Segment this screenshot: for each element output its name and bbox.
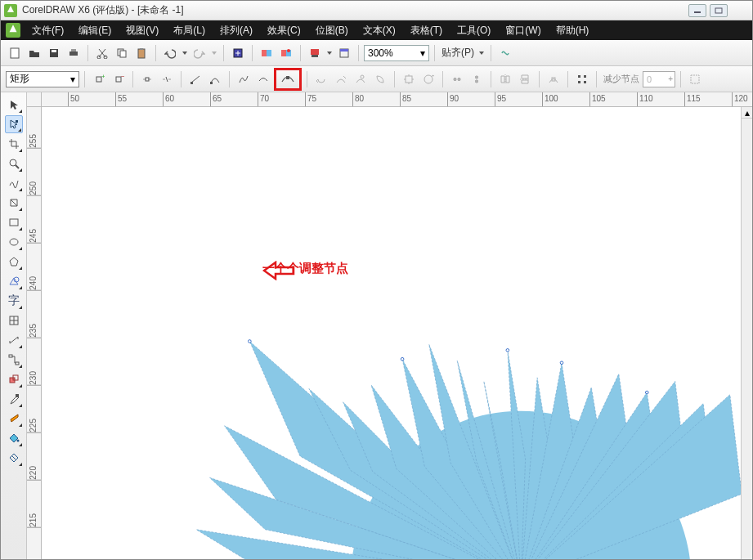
menu-layout[interactable]: 布局(L) — [167, 22, 212, 39]
import-button[interactable] — [229, 44, 247, 62]
horizontal-ruler[interactable]: 50556065707580859095100105110115120 — [27, 92, 752, 107]
smart-fill-tool[interactable] — [5, 194, 23, 212]
extract-subpath-button[interactable] — [352, 70, 370, 88]
align-nodes-v-button[interactable] — [468, 70, 486, 88]
rectangle-tool[interactable] — [5, 213, 23, 231]
menu-effects[interactable]: 效果(C) — [261, 22, 307, 39]
to-line-button[interactable] — [186, 70, 204, 88]
to-curve-button[interactable] — [206, 70, 224, 88]
scroll-up-arrow-icon[interactable]: ▴ — [742, 107, 752, 119]
menu-table[interactable]: 表格(T) — [404, 22, 449, 39]
publish-button[interactable] — [277, 44, 295, 62]
crop-tool[interactable] — [5, 135, 23, 153]
join-nodes-button[interactable] — [138, 70, 156, 88]
options-button[interactable] — [496, 44, 514, 62]
separator — [252, 45, 253, 61]
svg-rect-25 — [96, 77, 101, 82]
smooth-node-button[interactable] — [254, 70, 272, 88]
menu-view[interactable]: 视图(V) — [119, 22, 165, 39]
vertical-scrollbar[interactable]: ▴ — [741, 107, 752, 559]
menu-arrange[interactable]: 排列(A) — [213, 22, 259, 39]
table-tool[interactable] — [5, 311, 23, 329]
new-button[interactable] — [6, 44, 24, 62]
reverse-direction-button[interactable] — [312, 70, 330, 88]
menu-tools[interactable]: 工具(O) — [450, 22, 497, 39]
interactive-fill-tool[interactable] — [5, 449, 23, 467]
open-button[interactable] — [25, 44, 43, 62]
eyedropper-tool[interactable] — [5, 390, 23, 408]
svg-point-74 — [560, 361, 563, 365]
svg-rect-7 — [69, 52, 78, 56]
separator — [181, 71, 182, 87]
app-launcher-dropdown[interactable] — [325, 44, 334, 62]
menu-file[interactable]: 文件(F) — [25, 22, 70, 39]
snap-to-menu[interactable]: 贴齐(P) — [440, 46, 476, 60]
menu-bitmaps[interactable]: 位图(B) — [309, 22, 355, 39]
snap-dropdown[interactable] — [477, 44, 486, 62]
break-node-button[interactable] — [158, 70, 176, 88]
vertical-ruler[interactable]: 210215220225230235240245250255 — [27, 107, 42, 559]
pick-tool[interactable] — [5, 96, 23, 114]
paste-button[interactable] — [132, 44, 150, 62]
redo-dropdown[interactable] — [210, 44, 218, 62]
ruler-tick: 240 — [27, 276, 42, 291]
drawing-canvas[interactable]: 一个个调整节点 — [42, 107, 741, 559]
minimize-button[interactable] — [688, 4, 706, 17]
polygon-tool[interactable] — [5, 253, 23, 271]
rotate-nodes-button[interactable] — [419, 70, 437, 88]
symmetric-node-button-highlighted[interactable] — [274, 68, 302, 91]
reduce-nodes-spinner[interactable]: 0+ — [643, 71, 675, 87]
menu-edit[interactable]: 编辑(E) — [72, 22, 118, 39]
select-all-nodes-button[interactable] — [573, 70, 591, 88]
app-launcher-button[interactable] — [306, 44, 324, 62]
undo-button[interactable] — [161, 44, 179, 62]
copy-button[interactable] — [113, 44, 131, 62]
ruler-origin[interactable] — [27, 92, 42, 107]
basic-shapes-tool[interactable] — [5, 272, 23, 290]
text-tool[interactable]: 字 — [5, 292, 23, 310]
reflect-nodes-h-button[interactable] — [496, 70, 514, 88]
dimension-tool[interactable] — [5, 331, 23, 349]
separator — [539, 71, 540, 87]
delete-node-button[interactable]: − — [110, 70, 128, 88]
print-button[interactable] — [65, 44, 83, 62]
elastic-mode-button[interactable] — [545, 70, 563, 88]
zoom-tool[interactable] — [5, 155, 23, 172]
align-nodes-h-button[interactable] — [448, 70, 466, 88]
connector-tool[interactable] — [5, 351, 23, 369]
svg-point-35 — [424, 75, 433, 83]
svg-rect-23 — [340, 49, 348, 57]
extend-curve-button[interactable] — [332, 70, 350, 88]
add-node-button[interactable]: + — [90, 70, 108, 88]
shape-select-combo[interactable]: 矩形 ▾ — [6, 71, 79, 87]
menu-window[interactable]: 窗口(W) — [499, 22, 547, 39]
ruler-tick: 225 — [27, 419, 42, 433]
menu-text[interactable]: 文本(X) — [356, 22, 402, 39]
reflect-nodes-v-button[interactable] — [516, 70, 534, 88]
zoom-level-combo[interactable]: 300%▾ — [364, 45, 429, 61]
undo-dropdown[interactable] — [181, 44, 189, 62]
svg-rect-17 — [267, 50, 271, 56]
svg-point-72 — [401, 357, 404, 361]
welcome-button[interactable] — [335, 44, 353, 62]
save-button[interactable] — [45, 44, 63, 62]
ruler-tick: 55 — [115, 92, 127, 107]
stretch-nodes-button[interactable] — [400, 70, 418, 88]
redo-button[interactable] — [190, 44, 208, 62]
fill-tool[interactable] — [5, 429, 23, 447]
outline-tool[interactable] — [5, 410, 23, 428]
close-curve-button[interactable] — [371, 70, 389, 88]
cusp-node-button[interactable] — [235, 70, 253, 88]
svg-rect-44 — [552, 78, 555, 81]
restore-button[interactable] — [710, 4, 728, 17]
bounding-box-button[interactable] — [686, 70, 704, 88]
freehand-tool[interactable] — [5, 174, 23, 192]
ellipse-tool[interactable] — [5, 233, 23, 251]
separator — [155, 45, 156, 61]
interactive-tool[interactable] — [5, 370, 23, 388]
shape-tool[interactable] — [5, 115, 23, 133]
cut-button[interactable] — [93, 44, 111, 62]
export-button[interactable] — [258, 44, 276, 62]
separator — [434, 45, 435, 61]
menu-help[interactable]: 帮助(H) — [549, 22, 596, 39]
